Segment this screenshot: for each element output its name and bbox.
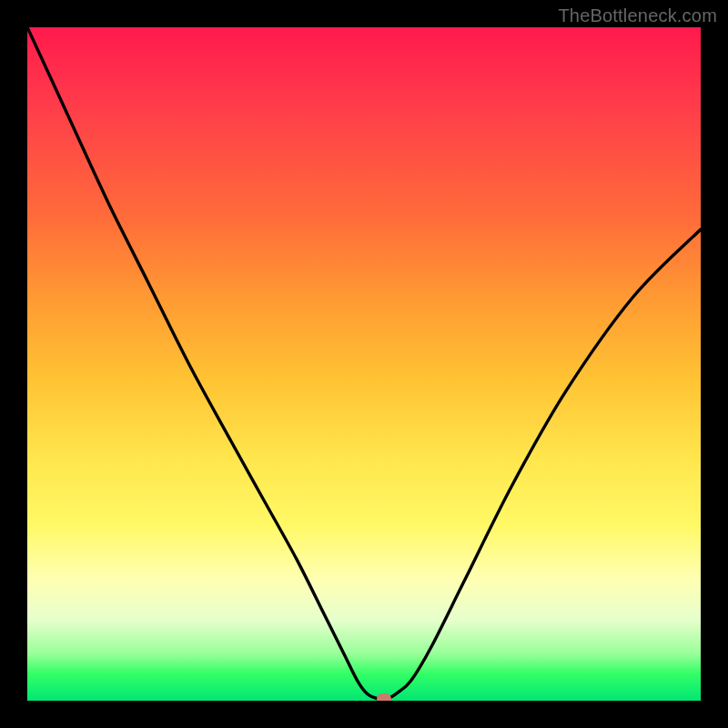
bottleneck-curve bbox=[27, 27, 701, 701]
chart-frame: TheBottleneck.com bbox=[0, 0, 728, 728]
watermark-label: TheBottleneck.com bbox=[558, 5, 717, 26]
plot-area bbox=[27, 27, 701, 701]
optimum-marker bbox=[377, 693, 391, 701]
